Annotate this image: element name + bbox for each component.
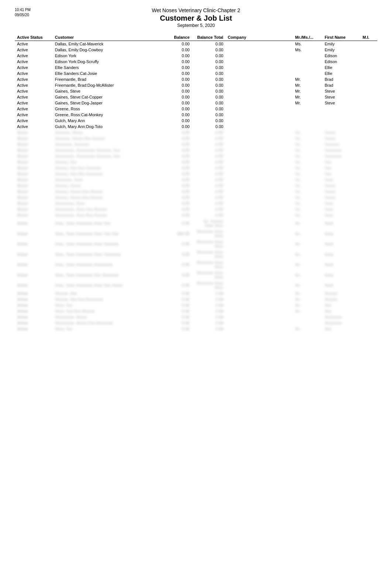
cell-mi — [360, 326, 377, 332]
cell-balance: 0.00 — [162, 76, 192, 82]
customer-job-table: Active Status Customer Balance Balance T… — [15, 34, 377, 332]
cell-balance: 0.00 — [162, 147, 192, 153]
table-row: Active Xxxxxx, Xxxxx 0.00 0.00 Xx. Xxxxx — [15, 183, 377, 189]
cell-balance-total: 0.00 — [192, 41, 226, 47]
cell-balance: 0.00 — [162, 270, 192, 280]
cell-company — [226, 82, 293, 88]
cell-company — [226, 76, 293, 82]
cell-customer: Xxxxxx, Xxx:Xxx-Xxxxxxxx — [53, 171, 162, 177]
cell-balance: 0.00 — [162, 259, 192, 270]
table-row: Active Xxxxxxxxx, Xxxxx:Xxx-Xxxxxxxx 0.0… — [15, 320, 377, 326]
cell-customer: Xxxxxxxxx, Xxxxx:Xxx-Xxxxxxxx — [53, 320, 162, 326]
cell-mi — [360, 82, 377, 88]
cell-firstname: Xxxx — [323, 259, 361, 270]
cell-firstname — [323, 124, 361, 130]
cell-firstname: Xxxx — [323, 239, 361, 249]
cell-balance-total: 0.00 — [192, 212, 226, 218]
cell-status: Active — [15, 171, 53, 177]
table-header-row: Active Status Customer Balance Balance T… — [15, 34, 377, 41]
cell-balance: 0.00 — [162, 218, 192, 228]
cell-company — [226, 206, 293, 212]
cell-mr: Xx. — [293, 177, 323, 183]
cell-status: Active — [15, 228, 53, 239]
cell-firstname — [323, 118, 361, 124]
cell-company — [226, 326, 293, 332]
cell-status: Active — [15, 308, 53, 314]
cell-status: Active — [15, 259, 53, 270]
cell-mi — [360, 130, 377, 135]
table-row: Active Dallas, Emily:Cat-Maverick 0.00 0… — [15, 41, 377, 47]
table-row: Active Xxxxxxxxx, Xxxx:Xxx-Xxxxxx 0.00 0… — [15, 206, 377, 212]
date: 09/05/20 — [15, 13, 29, 17]
cell-customer: Xxxx, Xxxx Xxxxxxxx Xxxxxxxxx — [53, 259, 162, 270]
cell-mr — [293, 124, 323, 130]
cell-balance: 0.00 — [162, 112, 192, 118]
cell-balance: 0.00 — [162, 239, 192, 249]
cell-balance: 0.00 — [162, 135, 192, 141]
cell-company — [226, 314, 293, 320]
cell-mr: Xx. — [293, 290, 323, 296]
cell-mr: Xx. — [293, 296, 323, 302]
cell-mr: Mr. — [293, 82, 323, 88]
time: 10:41 PM — [15, 8, 31, 12]
cell-balance: 0.00 — [162, 302, 192, 308]
cell-company — [226, 270, 293, 280]
table-row: Active Xxxx, Xxx 0.00 0.00 Xx. Xxx — [15, 326, 377, 332]
cell-mi — [360, 88, 377, 94]
table-row: Active Edison York 0.00 0.00 Edison — [15, 53, 377, 59]
cell-status: Active — [15, 239, 53, 249]
cell-customer: Edison York — [53, 53, 162, 59]
cell-company — [226, 124, 293, 130]
cell-mi — [360, 70, 377, 76]
table-row: Active Xxxxxx, Xxx:Xxx-Xxxxxxx 0.00 0.00… — [15, 165, 377, 171]
cell-mr: Xx. — [293, 153, 323, 159]
cell-mi — [360, 171, 377, 177]
cell-status: Active — [15, 124, 53, 130]
cell-balance-total: 0.00 — [192, 314, 226, 320]
cell-firstname: Xxxx — [323, 228, 361, 239]
cell-mi — [360, 302, 377, 308]
cell-status: Active — [15, 76, 53, 82]
cell-mi — [360, 194, 377, 200]
cell-mi — [360, 65, 377, 70]
cell-mi — [360, 100, 377, 106]
cell-company — [226, 259, 293, 270]
cell-status: Active — [15, 41, 53, 47]
cell-company — [226, 228, 293, 239]
cell-balance-total: 0.00 — [192, 183, 226, 189]
cell-firstname: Edison — [323, 53, 361, 59]
cell-mi — [360, 47, 377, 53]
cell-status: Active — [15, 314, 53, 320]
cell-company — [226, 147, 293, 153]
cell-company — [226, 320, 293, 326]
table-row: Active Xxxxxxxx, Xxxxxxx 0.00 0.00 Xx. X… — [15, 141, 377, 147]
table-row: Active Xxxxxxxxx, Xxxxxxxxx Xxxxxxx, Xxx… — [15, 147, 377, 153]
report-title: Customer & Job List — [15, 13, 377, 23]
cell-status: Active — [15, 183, 53, 189]
table-row: Active Xxxxxxxx, Xxxx 0.00 0.00 Xx. Xxxx — [15, 177, 377, 183]
col-header-mr: Mr./Ms./... — [293, 34, 323, 41]
cell-mi — [360, 135, 377, 141]
cell-mr: Ms. — [293, 47, 323, 53]
table-row: Active Gaines, Steve:Cat-Copper 0.00 0.0… — [15, 94, 377, 100]
cell-firstname: Xxxxxx — [323, 296, 361, 302]
cell-balance-total: Xxxxxxxx Xxxx Xxxx — [192, 280, 226, 290]
cell-mr: Mr. — [293, 94, 323, 100]
cell-mr: Xx. — [293, 249, 323, 259]
cell-company — [226, 302, 293, 308]
cell-customer: Xxxxxxx, Xxxxx:Xxx-Xxxxxx — [53, 135, 162, 141]
cell-mr: Xx. — [293, 280, 323, 290]
table-row: Active Xxxxxxx, Xxxxx 0.00 0.00 Xx. Xxxx… — [15, 130, 377, 135]
cell-balance: 0.00 — [162, 130, 192, 135]
cell-customer: Xxxxxx, Xxxxx — [53, 183, 162, 189]
cell-customer: Edison York:Dog-Scruffy — [53, 59, 162, 65]
cell-company — [226, 118, 293, 124]
cell-mr: Xx. — [293, 159, 323, 165]
cell-mi — [360, 314, 377, 320]
cell-mi — [360, 165, 377, 171]
table-row: Active Xxxx, Xxxx Xxxxxxxx Xxxx Xxx 0.00… — [15, 218, 377, 228]
cell-status: Active — [15, 177, 53, 183]
report-header: Wet Noses Veterinary Clinic-Chapter 2 Cu… — [15, 7, 377, 28]
cell-firstname: Brad — [323, 82, 361, 88]
table-row: Active Xxxx, Xxx:Xxx-Xxxxxx 0.00 0.00 Xx… — [15, 308, 377, 314]
